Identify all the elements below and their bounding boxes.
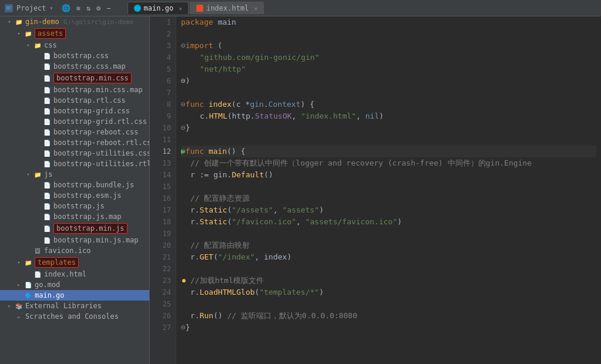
- tree-css[interactable]: 📁 css: [0, 40, 149, 50]
- ln-20: 20: [155, 240, 171, 251]
- bootstrap-grid-css-icon: 📄: [42, 107, 52, 115]
- tree-bootstrap-min-js[interactable]: 📄 bootstrap.min.js: [0, 222, 149, 235]
- tree-bootstrap-utilities-rtl-css[interactable]: 📄 bootstrap-utilities.rtl.css: [0, 159, 149, 169]
- bootstrap-rtl-css-label: bootstrap.rtl.css: [53, 96, 126, 105]
- bootstrap-js-map-label: bootstrap.js.map: [53, 213, 122, 221]
- ln-11: 11: [155, 134, 171, 146]
- settings-icon[interactable]: ⚙: [96, 4, 100, 12]
- bootstrap-css-icon: 📄: [42, 52, 52, 60]
- code-line-2: [181, 28, 596, 40]
- code-line-5: "net/http": [181, 63, 596, 75]
- tree-bootstrap-utilities-css[interactable]: 📄 bootstrap-utilities.css: [0, 148, 149, 159]
- ln-24: 24: [155, 287, 171, 298]
- editor-area: 1 2 3 4 5 6 7 8 9 10 11 12 13 14 15 16 1…: [150, 16, 601, 364]
- tree-bootstrap-js-map[interactable]: 📄 bootstrap.js.map: [0, 211, 149, 222]
- ln-25: 25: [155, 298, 171, 310]
- bootstrap-utilities-rtl-css-label: bootstrap-utilities.rtl.css: [53, 160, 150, 168]
- code-line-25: [181, 298, 596, 310]
- tree-bootstrap-reboot-rtl-css[interactable]: 📄 bootstrap-reboot.rtl.css: [0, 137, 149, 148]
- tree-bootstrap-esm-js[interactable]: 📄 bootstrap.esm.js: [0, 190, 149, 201]
- tab-main-go-close[interactable]: ✕: [179, 5, 182, 12]
- code-line-19: [181, 228, 596, 240]
- tab-index-html-close[interactable]: ✕: [254, 5, 257, 12]
- code-line-17: r.Static("/assets", "assets"): [181, 204, 596, 216]
- tree-bootstrap-grid-css[interactable]: 📄 bootstrap-grid.css: [0, 106, 149, 116]
- tree-go-mod[interactable]: 📄 go.mod: [0, 279, 149, 290]
- ext-libs-arrow: [5, 303, 14, 309]
- ext-libs-icon: 📚: [14, 302, 23, 310]
- tree-bootstrap-min-css[interactable]: 📄 bootstrap.min.css: [0, 72, 149, 85]
- css-folder-icon: 📁: [33, 41, 42, 49]
- tab-index-html-label: index.html: [206, 4, 249, 12]
- tree-bootstrap-min-js-map[interactable]: 📄 bootstrap.min.js.map: [0, 235, 149, 245]
- code-line-16: // 配置静态资源: [181, 193, 596, 204]
- bootstrap-min-css-map-label: bootstrap.min.css.map: [53, 86, 143, 94]
- code-line-4: "github.com/gin-gonic/gin": [181, 52, 596, 63]
- ln-26: 26: [155, 310, 171, 322]
- bootstrap-esm-js-label: bootstrap.esm.js: [53, 191, 122, 200]
- code-line-7: [181, 87, 596, 99]
- minus-icon[interactable]: −: [106, 4, 110, 12]
- bootstrap-grid-rtl-css-label: bootstrap-grid.rtl.css: [53, 117, 147, 126]
- go-mod-icon: 📄: [23, 281, 33, 289]
- tree-bootstrap-bundle-js[interactable]: 📄 bootstrap.bundle.js: [0, 180, 149, 190]
- tree-main-go[interactable]: 🔷 main.go: [0, 290, 149, 301]
- project-dropdown[interactable]: ▾: [50, 5, 53, 11]
- code-line-9: c.HTML(http.StatusOK, "index.html", nil): [181, 110, 596, 122]
- ln-22: 22: [155, 263, 171, 275]
- code-line-10: ⊖}: [181, 122, 596, 134]
- tree-root[interactable]: 📁 gin-demo G:\go\src\gin-demo: [0, 16, 149, 27]
- tree-index-html[interactable]: 📄 index.html: [0, 269, 149, 279]
- tab-index-html[interactable]: index.html ✕: [190, 2, 264, 14]
- bootstrap-min-js-icon: 📄: [42, 224, 52, 232]
- go-mod-arrow: [14, 282, 23, 288]
- tab-html-icon: [196, 5, 203, 12]
- tree-templates[interactable]: 📁 templates: [0, 256, 149, 269]
- bootstrap-css-map-label: bootstrap.css.map: [53, 62, 126, 70]
- code-line-1: package main: [181, 16, 596, 28]
- tree-external-libs[interactable]: 📚 External Libraries: [0, 301, 149, 311]
- tree-favicon[interactable]: 🖼 favicon.ico: [0, 245, 149, 256]
- tree-bootstrap-min-css-map[interactable]: 📄 bootstrap.min.css.map: [0, 85, 149, 95]
- go-mod-label: go.mod: [35, 281, 60, 289]
- list-icon[interactable]: ≡: [76, 4, 80, 12]
- bootstrap-css-label: bootstrap.css: [53, 52, 109, 60]
- code-line-23: ● //加载html模版文件: [181, 275, 596, 287]
- ln-2: 2: [155, 28, 171, 40]
- tree-scratches[interactable]: ✏ Scratches and Consoles: [0, 311, 149, 322]
- sidebar: 📁 gin-demo G:\go\src\gin-demo 📁 assets 📁…: [0, 16, 150, 364]
- ln-23: 23: [155, 275, 171, 287]
- code-editor[interactable]: package main ⊖import ( "github.com/gin-g…: [176, 16, 601, 364]
- bootstrap-reboot-css-label: bootstrap-reboot.css: [53, 128, 139, 136]
- code-line-18: r.Static("/favicon.ico", "assets/favicon…: [181, 216, 596, 228]
- tree-assets[interactable]: 📁 assets: [0, 27, 149, 40]
- templates-label: templates: [35, 257, 79, 268]
- assets-folder-icon: 📁: [23, 29, 33, 38]
- bootstrap-bundle-js-icon: 📄: [42, 181, 52, 189]
- bootstrap-min-js-map-icon: 📄: [42, 236, 52, 244]
- code-line-21: r.GET("/index", index): [181, 251, 596, 263]
- ln-27: 27: [155, 322, 171, 333]
- ln-15: 15: [155, 181, 171, 193]
- bootstrap-min-js-label: bootstrap.min.js: [53, 223, 127, 234]
- sort-icon[interactable]: ⇅: [86, 4, 90, 12]
- tree-bootstrap-css-map[interactable]: 📄 bootstrap.css.map: [0, 61, 149, 72]
- tree-bootstrap-rtl-css[interactable]: 📄 bootstrap.rtl.css: [0, 95, 149, 106]
- ln-5: 5: [155, 63, 171, 75]
- code-line-20: // 配置路由映射: [181, 240, 596, 251]
- tree-js[interactable]: 📁 js: [0, 169, 149, 180]
- code-line-12: ▶ ⊖func main() {: [181, 146, 596, 157]
- globe-icon[interactable]: 🌐: [62, 4, 70, 12]
- project-label[interactable]: Project: [16, 4, 46, 12]
- tree-bootstrap-reboot-css[interactable]: 📄 bootstrap-reboot.css: [0, 127, 149, 137]
- bootstrap-css-map-icon: 📄: [42, 62, 52, 70]
- tree-bootstrap-grid-rtl-css[interactable]: 📄 bootstrap-grid.rtl.css: [0, 116, 149, 127]
- tab-main-go[interactable]: main.go ✕: [127, 2, 189, 14]
- tree-bootstrap-css[interactable]: 📄 bootstrap.css: [0, 50, 149, 61]
- main-go-label: main.go: [35, 291, 65, 299]
- bootstrap-min-js-map-label: bootstrap.min.js.map: [53, 236, 139, 244]
- ln-12: 12: [155, 146, 171, 157]
- tree-bootstrap-js[interactable]: 📄 bootstrap.js: [0, 201, 149, 211]
- ln-10: 10: [155, 122, 171, 134]
- tab-go-icon: [134, 5, 141, 12]
